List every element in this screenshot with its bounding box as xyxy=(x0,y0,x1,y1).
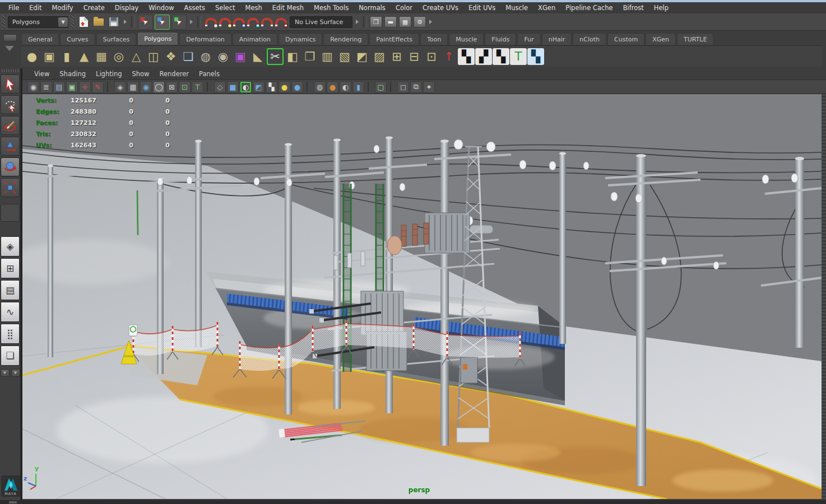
shelf-tab-surfaces[interactable]: Surfaces xyxy=(96,33,137,45)
menu-muscle[interactable]: Muscle xyxy=(500,3,533,13)
poly-smooth-icon[interactable]: ▣ xyxy=(232,48,249,65)
shelf-tab-fur[interactable]: Fur xyxy=(517,33,540,45)
shelf-tab-deformation[interactable]: Deformation xyxy=(179,33,231,45)
shelf-tab-animation[interactable]: Animation xyxy=(233,33,277,45)
smooth-shade-icon[interactable]: ■ xyxy=(227,81,239,93)
render-view-icon[interactable]: ❒ xyxy=(370,16,382,27)
menu-mesh-tools[interactable]: Mesh Tools xyxy=(309,3,354,13)
layout-persp-dope-button[interactable]: ❏ xyxy=(1,346,20,366)
shelf-tab-ncloth[interactable]: nCloth xyxy=(573,33,606,45)
shelf-tab-muscle[interactable]: Muscle xyxy=(449,33,484,45)
poly-cylinder-icon[interactable]: ▮ xyxy=(58,48,75,65)
poly-bridge-icon[interactable]: ⊟ xyxy=(406,48,423,65)
menu-set-dropdown[interactable]: Polygons ▼ xyxy=(8,16,68,28)
shelf-tab-general[interactable]: General xyxy=(21,33,59,45)
collapse-arrow-icon[interactable] xyxy=(190,20,193,24)
menu-create[interactable]: Create xyxy=(78,3,110,13)
poly-reduce-icon[interactable]: ◣ xyxy=(249,48,266,65)
gate-mask-icon[interactable]: ◯ xyxy=(153,81,165,93)
menu-xgen[interactable]: XGen xyxy=(533,3,560,13)
poly-cube-icon[interactable]: ▣ xyxy=(41,48,58,65)
menu-help[interactable]: Help xyxy=(649,3,674,13)
panel-menu-panels[interactable]: Panels xyxy=(194,69,225,79)
textured-icon[interactable]: ◩ xyxy=(253,81,264,93)
bookmarks-icon[interactable]: ▤ xyxy=(53,81,65,93)
menu-modify[interactable]: Modify xyxy=(47,3,78,13)
shelf-tab-fluids[interactable]: Fluids xyxy=(485,33,516,45)
menu-normals[interactable]: Normals xyxy=(354,3,391,13)
new-scene-button[interactable] xyxy=(77,15,90,29)
occlusion-icon[interactable]: ◐ xyxy=(340,81,351,93)
make-live-icon[interactable] xyxy=(260,15,274,29)
poly-combine-icon[interactable]: ❖ xyxy=(163,48,179,65)
menu-create-uvs[interactable]: Create UVs xyxy=(417,3,463,13)
poly-triangulate-icon[interactable]: ◩ xyxy=(354,48,370,65)
ipr-render-icon[interactable]: ▦ xyxy=(399,16,411,27)
menu-mesh[interactable]: Mesh xyxy=(240,3,267,13)
menu-select[interactable]: Select xyxy=(210,3,240,13)
collapse-arrow-icon[interactable] xyxy=(356,20,359,24)
panel-menu-shading[interactable]: Shading xyxy=(54,69,91,79)
field-chart-icon[interactable]: ⊠ xyxy=(166,81,178,93)
shelf-tab-polygons[interactable]: Polygons xyxy=(137,32,178,45)
select-component-button[interactable]: ➤ xyxy=(171,15,187,30)
menu-edit-mesh[interactable]: Edit Mesh xyxy=(267,3,309,13)
poly-plane-icon[interactable]: ▦ xyxy=(93,48,110,65)
menu-assets[interactable]: Assets xyxy=(179,3,210,13)
poly-boolean-union-icon[interactable]: ◉ xyxy=(215,48,231,65)
shelf-tab-rendering[interactable]: Rendering xyxy=(323,33,368,45)
xray-icon[interactable]: ◻ xyxy=(397,81,409,93)
last-tool-slot[interactable] xyxy=(1,204,20,222)
turtle-window-icon[interactable]: ▚ xyxy=(527,48,544,65)
layout-shortcut-menu-button[interactable]: ▼ xyxy=(1,369,10,377)
poly-boolean-icon[interactable]: ◍ xyxy=(197,48,214,65)
shelf-tab-turtle[interactable]: TURTLE xyxy=(677,33,713,45)
share-view-icon[interactable]: ✦ xyxy=(423,81,435,93)
save-scene-button[interactable] xyxy=(107,15,120,29)
layout-persp-graph-button[interactable]: ∿ xyxy=(1,302,20,322)
panel-menu-view[interactable]: View xyxy=(29,69,54,79)
shelf-tab-arrow-icon[interactable] xyxy=(5,46,14,51)
poly-merge-vertex-icon[interactable]: ▥ xyxy=(319,48,336,65)
snap-to-point-icon[interactable] xyxy=(232,15,246,29)
shelf-tab-toon[interactable]: Toon xyxy=(420,33,448,45)
poly-extract-icon[interactable]: ❏ xyxy=(180,48,197,65)
use-default-material-icon[interactable]: ▚ xyxy=(266,81,277,93)
poly-extrude-icon[interactable]: ⊞ xyxy=(388,48,405,65)
poly-bevel-icon[interactable]: ⊡ xyxy=(423,48,440,65)
render-settings-icon[interactable]: ⚙ xyxy=(414,16,426,27)
shadows-icon[interactable]: ● xyxy=(327,81,338,93)
live-surface-field[interactable]: No Live Surface xyxy=(290,16,352,28)
status-grip[interactable] xyxy=(71,15,74,29)
default-lighting-icon[interactable]: ● xyxy=(291,81,303,93)
toolbox-grip[interactable] xyxy=(2,69,18,72)
layout-four-view-button[interactable]: ⊞ xyxy=(1,258,20,278)
move-pivot-icon[interactable]: ✛ xyxy=(79,81,91,93)
snap-to-curve-icon[interactable] xyxy=(218,15,232,29)
menu-display[interactable]: Display xyxy=(110,3,143,13)
menu-color[interactable]: Color xyxy=(391,3,417,13)
poly-cut-uv-edges-icon[interactable]: ✂ xyxy=(267,48,284,65)
collapse-arrow-icon[interactable] xyxy=(124,20,127,24)
snap-to-grid-icon[interactable] xyxy=(204,15,218,29)
image-plane-icon[interactable]: ▣ xyxy=(66,81,78,93)
select-object-button[interactable]: ➤ xyxy=(155,15,170,30)
poly-split-icon[interactable]: ▧ xyxy=(336,48,353,65)
bake-occlusion-icon[interactable]: ▚ xyxy=(493,48,509,65)
render-current-frame-icon[interactable]: ▬ xyxy=(384,16,397,27)
move-tool-button[interactable] xyxy=(1,137,20,156)
poly-pyramid-icon[interactable]: △ xyxy=(128,48,145,65)
scale-tool-button[interactable] xyxy=(1,178,20,197)
paint-select-tool-button[interactable] xyxy=(1,116,20,135)
menu-edit-uvs[interactable]: Edit UVs xyxy=(463,3,500,13)
paint-on-camera-icon[interactable]: ✎ xyxy=(92,81,104,93)
poly-torus-icon[interactable]: ◎ xyxy=(110,48,127,65)
layout-outliner-persp-button[interactable]: ▤ xyxy=(1,280,20,300)
shelf-tab-nhair[interactable]: nHair xyxy=(542,33,572,45)
shelf-menu-button[interactable] xyxy=(3,34,17,41)
status-grip[interactable] xyxy=(2,15,5,29)
poly-pipe-icon[interactable]: ◫ xyxy=(145,48,162,65)
poly-mirror-icon[interactable]: ◧ xyxy=(284,48,301,65)
open-scene-button[interactable] xyxy=(92,15,105,29)
select-tool-button[interactable] xyxy=(1,74,20,94)
